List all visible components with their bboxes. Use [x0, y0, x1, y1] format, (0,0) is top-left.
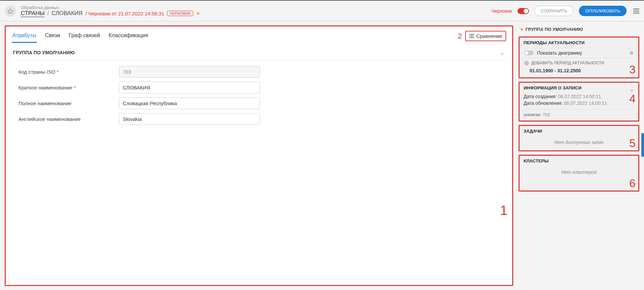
- group-title: ГРУППА ПО УМОЛЧАНИЮ: [13, 50, 75, 55]
- plus-circle-icon: [524, 61, 529, 65]
- draft-badge: ЧЕРНОВИК: [167, 11, 194, 16]
- required-marker: *: [57, 69, 59, 75]
- universe-value: 703: [542, 112, 550, 117]
- panel-info: ИНФОРМАЦИЯ О ЗАПИСИ ⌄ Дата создания: 06.…: [519, 82, 639, 122]
- panel-tasks: ЗАДАЧИ Нет доступных задач 5: [519, 125, 639, 151]
- tasks-empty: Нет доступных задач: [524, 136, 634, 147]
- panel-clusters-title: КЛАСТЕРЫ: [524, 158, 634, 163]
- right-drawer-handle[interactable]: [641, 133, 644, 157]
- diagram-toggle[interactable]: [524, 51, 534, 55]
- period-range[interactable]: 01.01.1900 - 31.12.2500: [524, 67, 634, 74]
- favorite-toggle[interactable]: [5, 5, 16, 17]
- favorite-star-icon[interactable]: ★: [196, 10, 200, 16]
- clusters-empty: Нет кластеров: [524, 166, 634, 177]
- save-button[interactable]: СОХРАНИТЬ: [534, 6, 574, 16]
- field-eng: Английское наименование: [12, 113, 506, 125]
- chevron-down-icon: ⌄: [500, 49, 505, 56]
- created-value: 06.07.2022 14:00:11: [558, 94, 601, 99]
- chevron-down-icon[interactable]: ⌄: [629, 86, 634, 93]
- add-period-label: ДОБАВИТЬ ПЕРИОД АКТУАЛЬНОСТИ: [531, 61, 604, 65]
- side-group-header: ГРУППА ПО УМОЛЧАНИЮ: [519, 25, 639, 33]
- compare-button[interactable]: Сравнение: [465, 31, 506, 41]
- side-group-title: ГРУППА ПО УМОЛЧАНИЮ: [526, 27, 583, 32]
- star-icon: [7, 8, 13, 14]
- field-full-label: Полное наименование: [18, 100, 71, 106]
- breadcrumb: Обработка данных СТРАНЫ / СЛОВАКИЯ / Чер…: [21, 5, 491, 17]
- panel-periods: ПЕРИОДЫ АКТУАЛЬНОСТИ Показать диаграмму …: [519, 37, 639, 78]
- svg-rect-0: [470, 34, 471, 38]
- compare-icon: [469, 33, 474, 39]
- field-full: Полное наименование: [12, 97, 506, 109]
- tab-relations[interactable]: Связи: [44, 29, 61, 43]
- field-short-input[interactable]: [119, 82, 260, 93]
- menu-icon[interactable]: [633, 9, 639, 13]
- annotation-2: 2: [458, 32, 462, 41]
- side-column: ГРУППА ПО УМОЛЧАНИЮ ПЕРИОДЫ АКТУАЛЬНОСТИ…: [519, 25, 639, 286]
- panel-periods-title: ПЕРИОДЫ АКТУАЛЬНОСТИ: [524, 40, 634, 45]
- universe-label: universe:: [524, 112, 541, 117]
- tab-classification[interactable]: Классификация: [108, 29, 149, 43]
- panel-tasks-title: ЗАДАЧИ: [524, 129, 634, 134]
- created-label: Дата создания:: [524, 94, 557, 99]
- field-short-label: Краткое наименование: [18, 85, 72, 90]
- bullet-icon: [521, 28, 523, 30]
- group-header[interactable]: ГРУППА ПО УМОЛЧАНИЮ ⌄: [12, 43, 506, 61]
- draft-toggle[interactable]: [518, 8, 529, 14]
- top-actions: Черновик СОХРАНИТЬ ОПУБЛИКОВАТЬ: [491, 6, 639, 16]
- field-short: Краткое наименование*: [12, 82, 506, 93]
- field-full-input[interactable]: [119, 97, 260, 109]
- draft-toggle-label: Черновик: [491, 8, 512, 14]
- main-panel: Атрибуты Связи Граф связей Классификация…: [5, 25, 513, 286]
- tab-attributes[interactable]: Атрибуты: [12, 29, 37, 43]
- breadcrumb-draft-info: / Черновик от 21.07.2022 14:56:31: [85, 11, 164, 16]
- field-iso-input[interactable]: [119, 66, 260, 78]
- field-eng-input[interactable]: [119, 113, 260, 125]
- publish-button[interactable]: ОПУБЛИКОВАТЬ: [579, 6, 627, 16]
- panel-info-title: ИНФОРМАЦИЯ О ЗАПИСИ: [524, 85, 582, 90]
- tabs: Атрибуты Связи Граф связей Классификация: [12, 29, 458, 43]
- breadcrumb-current: СЛОВАКИЯ: [52, 10, 83, 17]
- panel-clusters: КЛАСТЕРЫ Нет кластеров 6: [519, 155, 639, 192]
- annotation-1: 1: [500, 203, 507, 218]
- required-marker: *: [74, 85, 76, 90]
- breadcrumb-category: Обработка данных: [21, 5, 491, 10]
- field-eng-label: Английское наименование: [18, 116, 80, 122]
- svg-rect-1: [472, 34, 474, 38]
- field-iso-label: Код страны ISO: [18, 69, 55, 75]
- add-period-button[interactable]: ДОБАВИТЬ ПЕРИОД АКТУАЛЬНОСТИ: [524, 58, 634, 67]
- tab-graph[interactable]: Граф связей: [68, 29, 101, 43]
- updated-label: Дата обновления:: [524, 100, 562, 106]
- breadcrumb-root[interactable]: СТРАНЫ: [21, 10, 45, 17]
- annotation-6: 6: [629, 177, 636, 190]
- diagram-toggle-label: Показать диаграмму: [537, 50, 582, 56]
- field-iso: Код страны ISO*: [12, 66, 506, 78]
- divider: [524, 109, 634, 110]
- gear-icon[interactable]: ⚙: [630, 51, 634, 56]
- compare-label: Сравнение: [476, 33, 502, 39]
- updated-value: 06.07.2022 14:00:11: [564, 100, 607, 106]
- breadcrumb-separator: /: [47, 10, 49, 17]
- top-bar: Обработка данных СТРАНЫ / СЛОВАКИЯ / Чер…: [0, 0, 644, 21]
